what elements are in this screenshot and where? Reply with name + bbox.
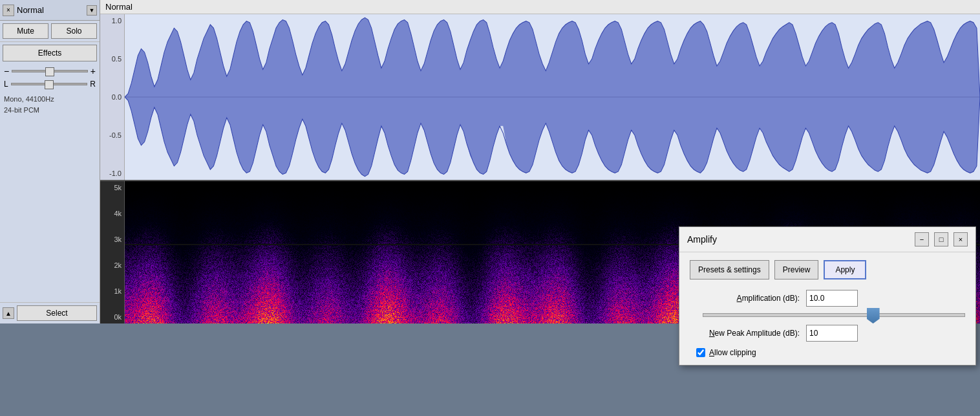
allow-clipping-label: Allow clipping bbox=[709, 348, 756, 357]
volume-thumb[interactable] bbox=[45, 67, 54, 76]
allow-clipping-checkbox[interactable] bbox=[696, 348, 705, 357]
dialog-title: Amplify bbox=[687, 234, 717, 245]
select-button[interactable]: Select bbox=[17, 305, 97, 321]
preview-button[interactable]: Preview bbox=[774, 260, 819, 279]
peak-amplitude-label: New Peak Amplitude (dB): bbox=[690, 329, 800, 338]
dialog-titlebar: Amplify − □ × bbox=[679, 227, 975, 252]
waveform-container[interactable]: 1.0 0.5 0.0 -0.5 -1.0 bbox=[100, 14, 980, 181]
volume-minus-label: − bbox=[4, 67, 9, 76]
dialog-maximize-button[interactable]: □ bbox=[934, 232, 948, 246]
track-close-button[interactable]: × bbox=[3, 5, 14, 16]
track-dropdown-button[interactable]: ▼ bbox=[87, 5, 97, 16]
volume-slider[interactable] bbox=[12, 70, 88, 72]
track-header: × Normal ▼ bbox=[0, 0, 100, 21]
track-title: Normal bbox=[105, 2, 133, 12]
peak-amplitude-row: New Peak Amplitude (dB): bbox=[690, 325, 965, 342]
amplify-slider-thumb[interactable] bbox=[867, 308, 880, 323]
pan-thumb[interactable] bbox=[45, 80, 54, 89]
dialog-controls: − □ × bbox=[915, 232, 968, 246]
volume-row: − + bbox=[0, 64, 100, 78]
pan-left-label: L bbox=[4, 80, 8, 89]
amplify-dialog: Amplify − □ × Presets & settings Preview… bbox=[679, 226, 976, 366]
peak-amplitude-input[interactable] bbox=[806, 325, 858, 342]
select-row: ▲ Select bbox=[0, 302, 100, 323]
dialog-minimize-button[interactable]: − bbox=[915, 232, 929, 246]
track-name: Normal bbox=[17, 5, 87, 15]
dialog-body: Presets & settings Preview Apply Amplifi… bbox=[679, 252, 975, 365]
dialog-close-button[interactable]: × bbox=[953, 232, 968, 246]
dialog-button-row: Presets & settings Preview Apply bbox=[690, 260, 965, 279]
amplification-row: Amplification (dB): bbox=[690, 290, 965, 307]
mute-button[interactable]: Mute bbox=[3, 23, 48, 39]
left-panel: × Normal ▼ Mute Solo Effects − + bbox=[0, 0, 100, 323]
amplification-label: Amplification (dB): bbox=[690, 294, 800, 303]
effects-button[interactable]: Effects bbox=[3, 45, 97, 61]
volume-plus-label: + bbox=[91, 67, 96, 76]
pan-row: L R bbox=[0, 78, 100, 91]
apply-button[interactable]: Apply bbox=[824, 260, 866, 279]
collapse-button[interactable]: ▲ bbox=[3, 307, 14, 319]
waveform-svg bbox=[125, 14, 980, 180]
waveform-y-axis: 1.0 0.5 0.0 -0.5 -1.0 bbox=[100, 14, 125, 180]
allow-clipping-row: Allow clipping bbox=[690, 348, 965, 357]
amplify-slider-row bbox=[690, 313, 965, 317]
presets-settings-button[interactable]: Presets & settings bbox=[690, 260, 769, 279]
amplification-input[interactable] bbox=[806, 290, 858, 307]
mute-solo-row: Mute Solo bbox=[0, 21, 100, 42]
solo-button[interactable]: Solo bbox=[51, 23, 97, 39]
spectrogram-y-axis: 0k 1k 2k 3k 4k 5k bbox=[100, 181, 125, 323]
pan-slider[interactable] bbox=[11, 83, 88, 85]
pan-right-label: R bbox=[90, 80, 96, 89]
amplify-slider[interactable] bbox=[703, 313, 965, 317]
track-title-bar: Normal bbox=[100, 0, 980, 14]
track-info: Mono, 44100Hz 24-bit PCM bbox=[0, 91, 100, 118]
